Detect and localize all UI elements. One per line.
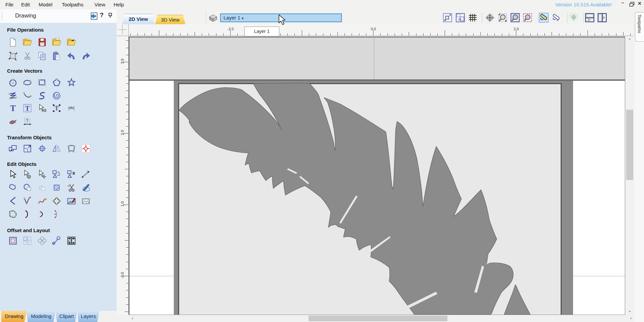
- svg-text:x: x: [72, 170, 75, 176]
- svg-text:?: ?: [26, 118, 28, 122]
- svg-text:AB: AB: [42, 109, 46, 112]
- svg-text:T: T: [25, 105, 30, 112]
- svg-text:T: T: [10, 104, 15, 113]
- svg-text:ABC: ABC: [68, 106, 75, 109]
